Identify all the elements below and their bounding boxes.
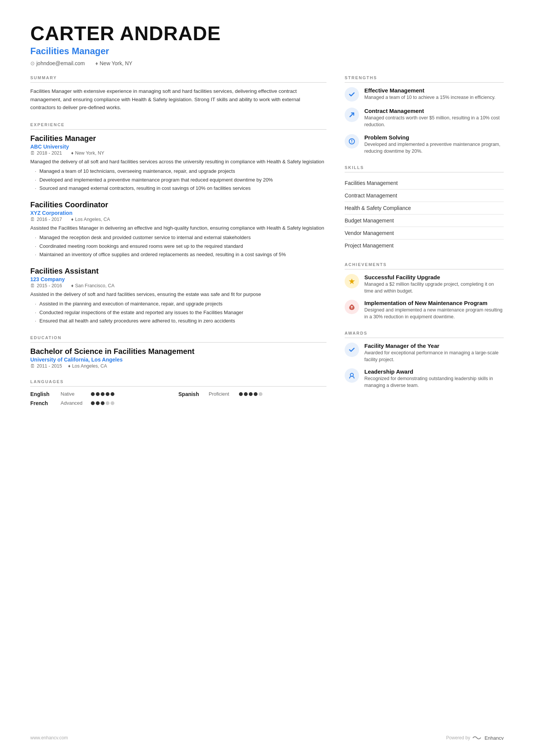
award-desc-2: Recognized for demonstrating outstanding…: [364, 376, 504, 389]
left-column: SUMMARY Facilities Manager with extensiv…: [30, 75, 326, 720]
exp-years-1: 🗓 2018 - 2021: [30, 150, 62, 156]
lang-name-spanish: Spanish: [178, 391, 205, 397]
edu-school: University of California, Los Angeles: [30, 357, 326, 363]
achievement-content-2: Implementation of New Maintenance Progra…: [364, 300, 504, 320]
edu-location: ♦ Los Angeles, CA: [68, 363, 107, 369]
contact-info: ⊙ johndoe@email.com ♦ New York, NY: [30, 60, 504, 66]
strengths-section: STRENGTHS Effective Management Managed a…: [345, 75, 504, 155]
main-content: SUMMARY Facilities Manager with extensiv…: [30, 75, 504, 720]
bullet-1-2: Developed and implemented a preventive m…: [35, 176, 326, 184]
dot-s5: [259, 392, 262, 396]
skills-section: SKILLS Facilities Management Contract Ma…: [345, 165, 504, 252]
dot-e4: [106, 392, 109, 396]
strength-title-1: Effective Management: [364, 87, 495, 94]
achievements-section: ACHIEVEMENTS Successful Facility Upgrade…: [345, 262, 504, 320]
strength-content-2: Contract Management Managed contracts wo…: [364, 108, 504, 128]
calendar-icon-2: 🗓: [30, 217, 35, 222]
lang-dots-english: [91, 392, 114, 396]
exp-meta-3: 🗓 2015 - 2016 ♦ San Francisco, CA: [30, 283, 326, 288]
exp-meta-1: 🗓 2018 - 2021 ♦ New York, NY: [30, 150, 326, 156]
summary-section: SUMMARY Facilities Manager with extensiv…: [30, 75, 326, 112]
lang-level-english: Native: [61, 391, 87, 397]
powered-by-text: Powered by: [446, 735, 470, 740]
award-desc-1: Awarded for exceptional performance in m…: [364, 350, 504, 363]
languages-section: LANGUAGES English Native: [30, 379, 326, 406]
candidate-name: CARTER ANDRADE: [30, 23, 504, 44]
languages-grid: English Native Spanish Profici: [30, 391, 326, 406]
edu-degree: Bachelor of Science in Facilities Manage…: [30, 347, 326, 356]
exp-item-2: Facilities Coordinator XYZ Corporation 🗓…: [30, 200, 326, 258]
achievement-title-1: Successful Facility Upgrade: [364, 274, 504, 280]
edu-years: 🗓 2011 - 2015: [30, 363, 62, 369]
education-title: EDUCATION: [30, 335, 326, 343]
dot-f2: [96, 401, 100, 405]
exp-years-2: 🗓 2016 - 2017: [30, 217, 62, 222]
location-contact: ♦ New York, NY: [95, 60, 133, 66]
experience-title: EXPERIENCE: [30, 122, 326, 130]
achievement-icon-2: [345, 300, 359, 314]
bullet-2-2: Coordinated meeting room bookings and en…: [35, 243, 326, 250]
awards-section: AWARDS Facility Manager of the Year Awar…: [345, 331, 504, 389]
calendar-icon-3: 🗓: [30, 283, 35, 288]
exp-location-3: ♦ San Francisco, CA: [71, 283, 115, 288]
bullet-2-3: Maintained an inventory of office suppli…: [35, 251, 326, 258]
bullet-3-1: Assisted in the planning and execution o…: [35, 300, 326, 308]
strength-icon-2: [345, 108, 359, 122]
exp-years-3: 🗓 2015 - 2016: [30, 283, 62, 288]
awards-title: AWARDS: [345, 331, 504, 338]
bullet-1-1: Managed a team of 10 technicians, overse…: [35, 167, 326, 175]
strength-desc-3: Developed and implemented a preventive m…: [364, 141, 504, 155]
dot-s1: [239, 392, 243, 396]
dot-f5: [111, 401, 114, 405]
strength-desc-2: Managed contracts worth over $5 million,…: [364, 115, 504, 128]
footer: www.enhancv.com Powered by Enhancv: [30, 727, 504, 741]
dot-e2: [96, 392, 100, 396]
lang-dots-french: [91, 401, 114, 405]
job-title-3: Facilities Assistant: [30, 267, 326, 275]
experience-section: EXPERIENCE Facilities Manager ABC Univer…: [30, 122, 326, 325]
award-2: Leadership Award Recognized for demonstr…: [345, 368, 504, 389]
skill-6: Project Management: [345, 239, 504, 252]
summary-text: Facilities Manager with extensive experi…: [30, 87, 326, 112]
languages-title: LANGUAGES: [30, 379, 326, 387]
dot-f3: [101, 401, 105, 405]
dot-s3: [249, 392, 253, 396]
achievement-title-2: Implementation of New Maintenance Progra…: [364, 300, 504, 306]
svg-marker-4: [349, 279, 355, 284]
bullet-3-3: Ensured that all health and safety proce…: [35, 317, 326, 325]
dot-f4: [106, 401, 109, 405]
enhancv-logo: Enhancv: [472, 735, 504, 741]
svg-point-5: [350, 373, 353, 376]
exp-desc-2: Assisted the Facilities Manager in deliv…: [30, 224, 326, 232]
achievement-desc-2: Designed and implemented a new maintenan…: [364, 307, 504, 320]
skill-4: Budget Management: [345, 214, 504, 227]
achievement-2: Implementation of New Maintenance Progra…: [345, 300, 504, 320]
strength-icon-3: [345, 134, 359, 149]
strength-2: Contract Management Managed contracts wo…: [345, 108, 504, 128]
achievement-1: Successful Facility Upgrade Managed a $2…: [345, 274, 504, 294]
exp-bullets-1: Managed a team of 10 technicians, overse…: [30, 167, 326, 192]
education-section: EDUCATION Bachelor of Science in Facilit…: [30, 335, 326, 369]
award-1: Facility Manager of the Year Awarded for…: [345, 343, 504, 363]
award-title-2: Leadership Award: [364, 368, 504, 375]
achievement-content-1: Successful Facility Upgrade Managed a $2…: [364, 274, 504, 294]
strength-icon-1: [345, 87, 359, 102]
exp-location-2: ♦ Los Angeles, CA: [71, 217, 110, 222]
strength-content-1: Effective Management Managed a team of 1…: [364, 87, 495, 101]
exp-bullets-3: Assisted in the planning and execution o…: [30, 300, 326, 325]
brand-name: Enhancv: [484, 735, 504, 741]
award-icon-2: [345, 368, 359, 383]
award-content-1: Facility Manager of the Year Awarded for…: [364, 343, 504, 363]
award-title-1: Facility Manager of the Year: [364, 343, 504, 349]
resume-header: CARTER ANDRADE Facilities Manager ⊙ john…: [30, 23, 504, 66]
lang-name-french: French: [30, 400, 57, 406]
exp-meta-2: 🗓 2016 - 2017 ♦ Los Angeles, CA: [30, 217, 326, 222]
footer-website: www.enhancv.com: [30, 735, 68, 740]
strength-desc-1: Managed a team of 10 to achieve a 15% in…: [364, 94, 495, 101]
bullet-2-1: Managed the reception desk and provided …: [35, 234, 326, 241]
edu-meta: 🗓 2011 - 2015 ♦ Los Angeles, CA: [30, 363, 326, 369]
skill-5: Vendor Management: [345, 227, 504, 239]
lang-dots-spanish: [239, 392, 262, 396]
strengths-title: STRENGTHS: [345, 75, 504, 83]
dot-e3: [101, 392, 105, 396]
